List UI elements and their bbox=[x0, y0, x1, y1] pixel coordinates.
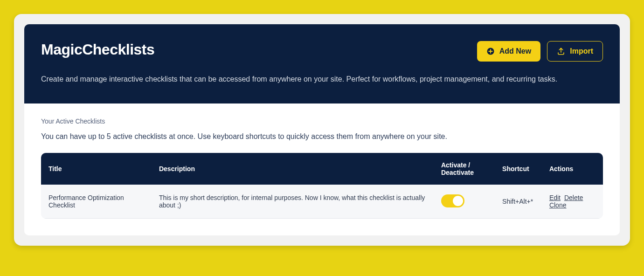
cell-description: This is my short description, for intern… bbox=[152, 185, 434, 219]
import-button[interactable]: Import bbox=[547, 41, 603, 62]
import-label: Import bbox=[570, 47, 593, 55]
header-bar: MagicChecklists Add New Import Create an… bbox=[24, 24, 620, 104]
upload-icon bbox=[557, 47, 565, 55]
add-new-label: Add New bbox=[499, 47, 531, 55]
section-label: Your Active Checklists bbox=[41, 117, 603, 125]
header-buttons: Add New Import bbox=[477, 41, 603, 62]
header-description: Create and manage interactive checklists… bbox=[41, 74, 603, 85]
delete-link[interactable]: Delete bbox=[564, 194, 583, 201]
th-actions: Actions bbox=[542, 153, 603, 185]
content-card: Your Active Checklists You can have up t… bbox=[24, 104, 620, 235]
checklists-table: Title Description Activate / Deactivate … bbox=[41, 153, 603, 219]
cell-actions: Edit Delete Clone bbox=[542, 185, 603, 219]
add-new-button[interactable]: Add New bbox=[477, 41, 540, 62]
cell-toggle bbox=[434, 185, 495, 219]
table-header-row: Title Description Activate / Deactivate … bbox=[41, 153, 603, 185]
cell-shortcut: Shift+Alt+* bbox=[495, 185, 542, 219]
table-row: Performance Optimization Checklist This … bbox=[41, 185, 603, 219]
activate-toggle[interactable] bbox=[441, 194, 464, 207]
page-title: MagicChecklists bbox=[41, 41, 154, 58]
th-toggle: Activate / Deactivate bbox=[434, 153, 495, 185]
th-description: Description bbox=[152, 153, 434, 185]
edit-link[interactable]: Edit bbox=[549, 194, 561, 201]
cell-title: Performance Optimization Checklist bbox=[41, 185, 152, 219]
th-title: Title bbox=[41, 153, 152, 185]
clone-link[interactable]: Clone bbox=[549, 201, 567, 209]
toggle-knob bbox=[453, 196, 463, 206]
page-card: MagicChecklists Add New Import Create an… bbox=[14, 14, 630, 246]
th-shortcut: Shortcut bbox=[495, 153, 542, 185]
header-top: MagicChecklists Add New Import bbox=[41, 41, 603, 62]
section-description: You can have up to 5 active checklists a… bbox=[41, 132, 603, 141]
plus-circle-icon bbox=[486, 47, 495, 55]
